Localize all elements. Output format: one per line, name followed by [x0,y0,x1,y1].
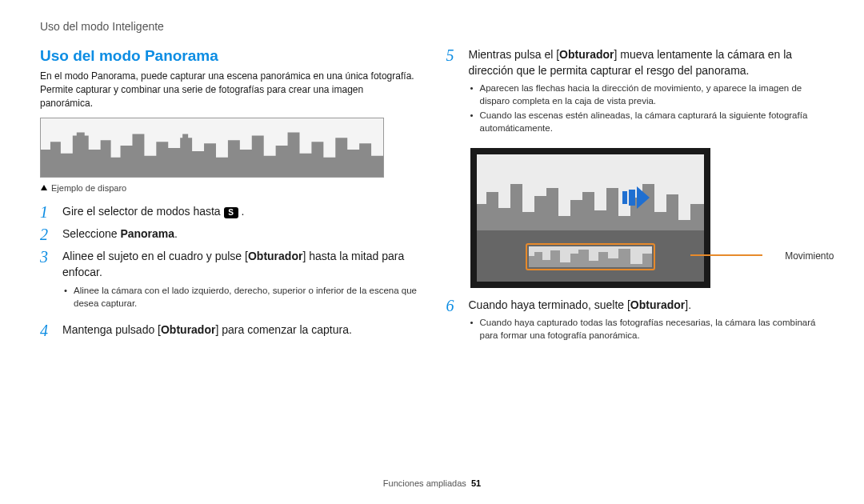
intro-paragraph: En el modo Panorama, puede capturar una … [40,70,418,110]
page-number: 51 [471,478,481,488]
movement-leader-line [690,254,762,256]
page-header: Uso del modo Inteligente [40,20,824,33]
step-2: 2 Seleccione Panorama. [40,226,418,242]
movement-label: Movimiento [785,250,834,262]
left-column: Uso del modo Panorama En el modo Panoram… [40,47,418,354]
step-1: 1 Gire el selector de modos hasta S . [40,204,418,220]
step-3: 3 Alinee el sujeto en el cuadro y pulse … [40,249,418,315]
right-column: 5 Mientras pulsa el [Obturador] mueva le… [446,47,825,354]
step-4: 4 Mantenga pulsado [Obturador] para come… [40,322,418,338]
page-footer: Funciones ampliadas 51 [0,478,864,488]
section-title: Uso del modo Panorama [40,47,418,65]
example-caption: Ejemplo de disparo [40,183,126,193]
mode-dial-icon: S [224,207,238,218]
triangle-up-icon [40,184,48,192]
panorama-example [40,118,384,178]
camera-preview: Movimiento [470,148,758,288]
step-6: 6 Cuando haya terminado, suelte [Obturad… [446,298,825,349]
step-5: 5 Mientras pulsa el [Obturador] mueva le… [446,47,825,142]
